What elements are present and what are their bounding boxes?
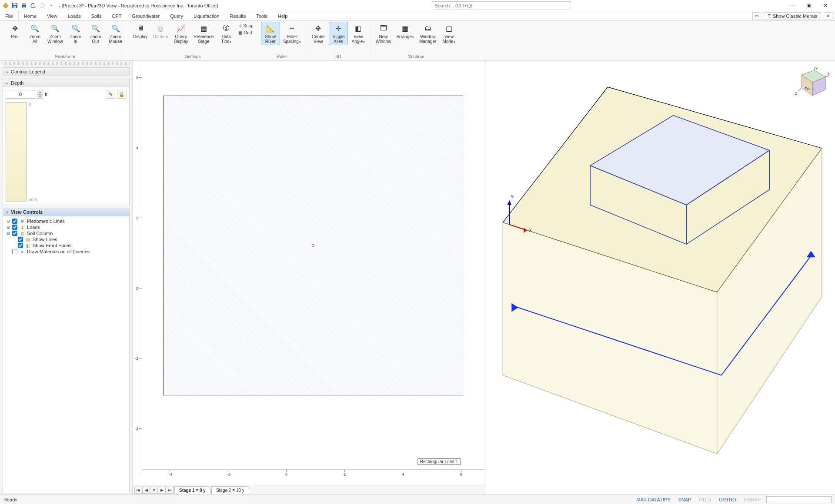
zoom-all-button[interactable]: 🔍Zoom All <box>25 22 44 45</box>
ribbon-group-ruler: 📐Show Ruler ↔Ruler Spacing▾ Ruler <box>258 22 306 60</box>
svg-text:X: X <box>827 72 830 76</box>
collapse-icon[interactable]: ⊟ <box>6 231 10 235</box>
zoom-in-button[interactable]: 🔍Zoom In <box>66 22 85 45</box>
ribbon-group-window: 🗔New Window ▦Arrange▾ 🗂Window Manager ◫V… <box>371 22 461 60</box>
plan-canvas[interactable]: 6 4 2 0 -2 -4 Rectangular Load 1 -4 -2 0… <box>133 61 485 485</box>
show-ruler-button[interactable]: 📐Show Ruler <box>261 22 280 45</box>
viewport-3d[interactable]: X Y Front X Y Z <box>485 61 835 494</box>
menu-groundwater[interactable]: Groundwater <box>127 11 165 20</box>
checkbox-show-lines[interactable] <box>18 237 23 242</box>
stage-first-button[interactable]: ⏮ <box>134 487 142 494</box>
checkbox-piezo[interactable] <box>12 219 17 224</box>
toggle-axes-button[interactable]: ✛Toggle Axes <box>329 22 348 45</box>
chevron-right-icon: ▸ <box>7 81 8 85</box>
panel-contour-legend: ▸Contour Legend <box>3 67 130 76</box>
show-classic-menus-button[interactable]: ☰Show Classic Menus <box>764 12 821 20</box>
app-icon[interactable] <box>2 2 10 10</box>
ruler-spacing-button[interactable]: ↔Ruler Spacing▾ <box>281 22 303 45</box>
tree-row-piezo[interactable]: ⊞≋Piezometric Lines <box>6 218 127 224</box>
materials-icon: ≡ <box>19 249 25 254</box>
checkbox-show-front[interactable] <box>18 243 23 248</box>
grid-button[interactable]: ▦Grid <box>237 30 255 36</box>
stage-last-button[interactable]: ⏭ <box>166 487 174 494</box>
close-button[interactable]: ✕ <box>818 1 833 10</box>
mdi-close-button[interactable]: ✕ <box>824 12 832 20</box>
depth-unit: ft <box>45 92 47 97</box>
ribbon-group-label-settings: Settings <box>185 54 201 60</box>
redo-icon[interactable] <box>38 2 46 10</box>
tree-row-show-front-faces[interactable]: ◧Show Front Faces <box>18 242 127 249</box>
depth-lock-button[interactable]: 🔒 <box>117 90 127 99</box>
depth-input[interactable] <box>6 90 35 99</box>
mdi-restore-button[interactable]: ▭ <box>752 12 761 20</box>
snap-button[interactable]: ⊹Snap <box>237 23 255 29</box>
spin-up-icon[interactable]: ▲ <box>37 90 43 94</box>
depth-tool-a-button[interactable]: ✎ <box>106 90 115 99</box>
status-max-datatips[interactable]: MAX DATATIPS <box>634 497 672 502</box>
menu-results[interactable]: Results <box>224 11 251 20</box>
menu-tools[interactable]: Tools <box>251 11 273 20</box>
menu-help[interactable]: Help <box>273 11 293 20</box>
save-icon[interactable] <box>11 2 19 10</box>
expand-icon[interactable]: ⊞ <box>6 225 10 229</box>
status-osnap[interactable]: OSNAP <box>741 497 763 502</box>
stage-prev-button[interactable]: ◀ <box>142 487 150 494</box>
query-display-button[interactable]: 📈Query Display <box>171 22 190 45</box>
print-icon[interactable] <box>20 2 28 10</box>
checkbox-soil-column[interactable] <box>12 231 17 236</box>
panel-header-contour-legend[interactable]: ▸Contour Legend <box>3 68 129 76</box>
menu-file[interactable]: File <box>0 11 19 20</box>
panel-header-view-controls[interactable]: ▾View Controls <box>3 208 129 216</box>
expand-icon[interactable]: ⊞ <box>6 219 10 223</box>
stage-num-button[interactable]: # <box>150 487 158 494</box>
checkbox-loads[interactable] <box>12 225 17 230</box>
menu-query[interactable]: Query <box>165 11 188 20</box>
viewport-plan[interactable]: 6 4 2 0 -2 -4 Rectangular Load 1 -4 -2 0… <box>133 61 485 494</box>
tree-row-draw-materials[interactable]: ≡Draw Materials on all Queries <box>6 249 127 255</box>
zoom-mouse-button[interactable]: 🔍Zoom Mouse <box>106 22 125 45</box>
zoom-out-button[interactable]: 🔍Zoom Out <box>86 22 105 45</box>
zoom-window-button[interactable]: 🔍Zoom Window <box>45 22 65 45</box>
menu-loads[interactable]: Loads <box>63 11 86 20</box>
menu-home[interactable]: Home <box>19 11 42 20</box>
menu-cpt[interactable]: CPT <box>107 11 127 20</box>
qat-customize-icon[interactable]: ▾ <box>47 2 55 10</box>
view-cube-gizmo[interactable]: Front X Y Z <box>791 66 830 101</box>
spin-down-icon[interactable]: ▼ <box>37 94 43 99</box>
minimize-button[interactable]: — <box>785 1 800 10</box>
status-ortho[interactable]: ORTHO <box>717 497 738 502</box>
view-angle-button[interactable]: ◧View Angle▾ <box>349 22 368 45</box>
view-mode-button[interactable]: ◫View Mode▾ <box>439 22 458 45</box>
stage-next-button[interactable]: ▶ <box>158 487 166 494</box>
depth-spinner[interactable]: ▲▼ <box>37 90 43 99</box>
window-controls: — ▣ ✕ <box>785 1 833 10</box>
reference-stage-button[interactable]: ▤Reference Stage <box>191 22 216 45</box>
undo-icon[interactable] <box>29 2 37 10</box>
menu-view[interactable]: View <box>42 11 63 20</box>
checkbox-draw-materials[interactable] <box>12 249 17 254</box>
tree-row-soil-column[interactable]: ⊟▥Soil Column <box>6 230 127 236</box>
panel-header-depth[interactable]: ▸Depth <box>3 79 129 87</box>
menubar: File Home View Loads Soils CPT Groundwat… <box>0 11 835 21</box>
stage-tab-1[interactable]: Stage 1 = 0 y <box>174 486 210 494</box>
display-button[interactable]: 🖥Display <box>131 22 150 40</box>
svg-marker-21 <box>507 201 511 205</box>
status-snap[interactable]: SNAP <box>676 497 693 502</box>
new-window-button[interactable]: 🗔New Window <box>374 22 394 45</box>
tree-row-show-lines[interactable]: ▤Show Lines <box>18 236 127 242</box>
menu-liquefaction[interactable]: Liquefaction <box>188 11 224 20</box>
pan-button[interactable]: ✥Pan <box>5 22 24 40</box>
window-manager-button[interactable]: 🗂Window Manager <box>417 22 438 45</box>
center-view-button[interactable]: ✥Center View <box>309 22 328 45</box>
maximize-button[interactable]: ▣ <box>801 1 817 10</box>
status-grid[interactable]: GRID <box>697 497 713 502</box>
sidebar-grip[interactable] <box>3 62 130 65</box>
stage-tab-2[interactable]: Stage 2 = 10 y <box>211 486 249 494</box>
tree-row-loads[interactable]: ⊞⬇Loads <box>6 224 127 230</box>
search-input[interactable] <box>432 1 571 10</box>
menu-soils[interactable]: Soils <box>86 11 107 20</box>
data-tips-button[interactable]: 🛈Data Tips▾ <box>217 22 236 45</box>
svg-line-27 <box>825 76 829 77</box>
arrange-button[interactable]: ▦Arrange▾ <box>394 22 416 40</box>
canvas-3d[interactable]: X Y <box>485 61 835 463</box>
